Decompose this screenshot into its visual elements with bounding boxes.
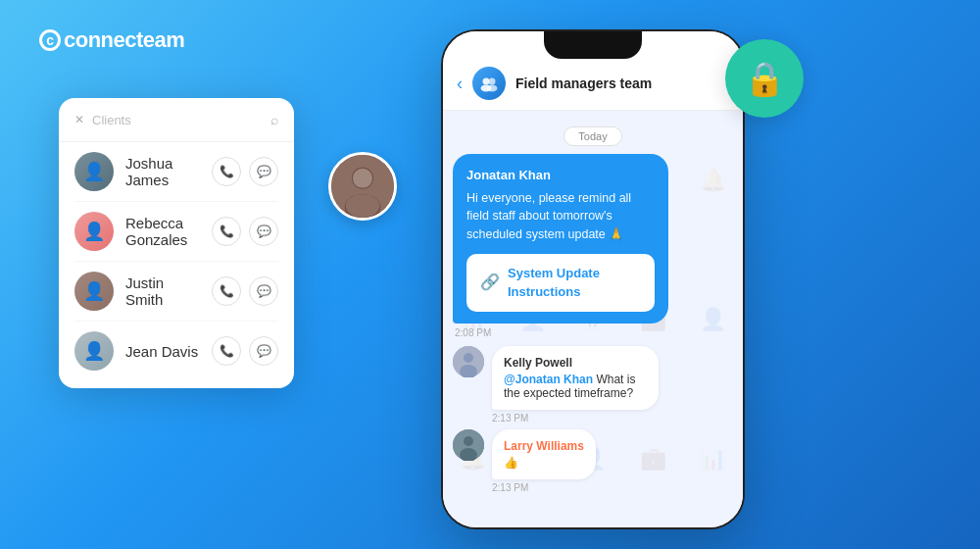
message-button-jean[interactable]: 💬 bbox=[249, 336, 278, 366]
jonatan-text: Hi everyone, please remind all field sta… bbox=[466, 189, 655, 244]
link-text: System Update Instructions bbox=[508, 264, 641, 302]
avatar-kelly-small bbox=[453, 346, 484, 377]
call-button-justin[interactable]: 📞 bbox=[212, 276, 241, 306]
message-button-rebecca[interactable]: 💬 bbox=[249, 217, 278, 246]
message-button-justin[interactable]: 💬 bbox=[249, 276, 278, 306]
chat-title: Field managers team bbox=[515, 75, 652, 91]
today-label: Today bbox=[443, 126, 743, 146]
contact-actions-rebecca: 📞 💬 bbox=[212, 217, 278, 246]
logo-text: connecteam bbox=[64, 27, 184, 53]
jonatan-time: 2:08 PM bbox=[455, 327, 733, 338]
message-jonatan: Jonatan Khan Hi everyone, please remind … bbox=[453, 154, 733, 338]
larry-emoji: 👍 bbox=[504, 456, 584, 470]
sender-larry: Larry Williams bbox=[504, 439, 584, 453]
contact-item-justin[interactable]: 👤 Justin Smith 📞 💬 bbox=[59, 262, 294, 321]
avatar-rebecca: 👤 bbox=[74, 212, 114, 251]
today-pill: Today bbox=[564, 126, 621, 146]
back-button[interactable]: ‹ bbox=[457, 74, 463, 94]
avatar-justin: 👤 bbox=[74, 272, 114, 311]
call-button-joshua[interactable]: 📞 bbox=[212, 157, 241, 186]
contact-name-rebecca: Rebecca Gonzales bbox=[125, 215, 200, 248]
link-icon: 🔗 bbox=[480, 271, 500, 294]
message-kelly: Kelly Powell @Jonatan Khan What is the e… bbox=[453, 346, 733, 424]
sender-kelly: Kelly Powell bbox=[504, 356, 647, 370]
group-avatar bbox=[472, 67, 506, 100]
jonatan-bubble: Jonatan Khan Hi everyone, please remind … bbox=[453, 154, 668, 324]
contact-name-jean: Jean Davis bbox=[125, 343, 200, 360]
svg-point-5 bbox=[483, 78, 490, 85]
kelly-text: @Jonatan Khan What is the expected timef… bbox=[504, 373, 647, 400]
app-logo: c connecteam bbox=[39, 27, 184, 53]
chat-body: 👤 💼 📋 👤 🔔 📊 👤 📅 💼 👤 🔔 📋 👤 💼 📊 Today Jona… bbox=[443, 111, 743, 528]
kelly-time: 2:13 PM bbox=[492, 413, 659, 424]
message-larry: Larry Williams 👍 2:13 PM bbox=[453, 429, 733, 493]
svg-point-6 bbox=[489, 78, 496, 85]
kelly-mention: @Jonatan Khan bbox=[504, 373, 593, 386]
call-button-jean[interactable]: 📞 bbox=[212, 336, 241, 366]
avatar-larry-small bbox=[453, 429, 484, 461]
message-button-joshua[interactable]: 💬 bbox=[249, 157, 278, 186]
contact-name-justin: Justin Smith bbox=[125, 274, 200, 308]
svg-point-10 bbox=[464, 353, 473, 363]
kelly-bubble: Kelly Powell @Jonatan Khan What is the e… bbox=[492, 346, 659, 410]
svg-point-8 bbox=[487, 85, 498, 92]
svg-point-4 bbox=[346, 194, 380, 218]
contacts-panel: ✕ Clients ⌕ 👤 Joshua James 📞 💬 👤 Rebecca… bbox=[59, 98, 294, 388]
contact-name-joshua: Joshua James bbox=[125, 155, 200, 188]
avatar-joshua: 👤 bbox=[74, 152, 114, 191]
larry-bubble: Larry Williams 👍 bbox=[492, 429, 596, 479]
search-left: ✕ Clients bbox=[74, 113, 131, 127]
lock-icon: 🔒 bbox=[744, 59, 785, 98]
search-label: Clients bbox=[92, 113, 131, 127]
svg-point-13 bbox=[464, 436, 473, 446]
larry-time: 2:13 PM bbox=[492, 482, 596, 493]
link-attachment[interactable]: 🔗 System Update Instructions bbox=[466, 254, 655, 312]
contact-item-rebecca[interactable]: 👤 Rebecca Gonzales 📞 💬 bbox=[59, 202, 294, 261]
kelly-bubble-wrapper: Kelly Powell @Jonatan Khan What is the e… bbox=[492, 346, 659, 424]
lock-badge: 🔒 bbox=[725, 39, 804, 118]
contacts-search-bar: ✕ Clients ⌕ bbox=[59, 98, 294, 142]
search-icon[interactable]: ⌕ bbox=[270, 112, 278, 127]
phone-mockup: ‹ Field managers team 👤 💼 📋 👤 🔔 📊 👤 📅 💼 … bbox=[441, 29, 745, 529]
larry-bubble-wrapper: Larry Williams 👍 2:13 PM bbox=[492, 429, 596, 493]
contact-actions-joshua: 📞 💬 bbox=[212, 157, 278, 186]
call-button-rebecca[interactable]: 📞 bbox=[212, 217, 241, 246]
clear-search-icon[interactable]: ✕ bbox=[74, 113, 84, 126]
contact-item-joshua[interactable]: 👤 Joshua James 📞 💬 bbox=[59, 142, 294, 201]
phone-notch bbox=[544, 31, 642, 59]
sender-jonatan: Jonatan Khan bbox=[466, 166, 655, 185]
avatar-jean: 👤 bbox=[74, 331, 114, 371]
contact-item-jean[interactable]: 👤 Jean Davis 📞 💬 bbox=[59, 322, 294, 380]
contact-actions-justin: 📞 💬 bbox=[212, 276, 278, 306]
avatar-jonatan bbox=[328, 152, 397, 221]
logo-icon: c bbox=[39, 29, 61, 51]
contact-actions-jean: 📞 💬 bbox=[212, 336, 278, 366]
svg-point-3 bbox=[353, 169, 372, 188]
